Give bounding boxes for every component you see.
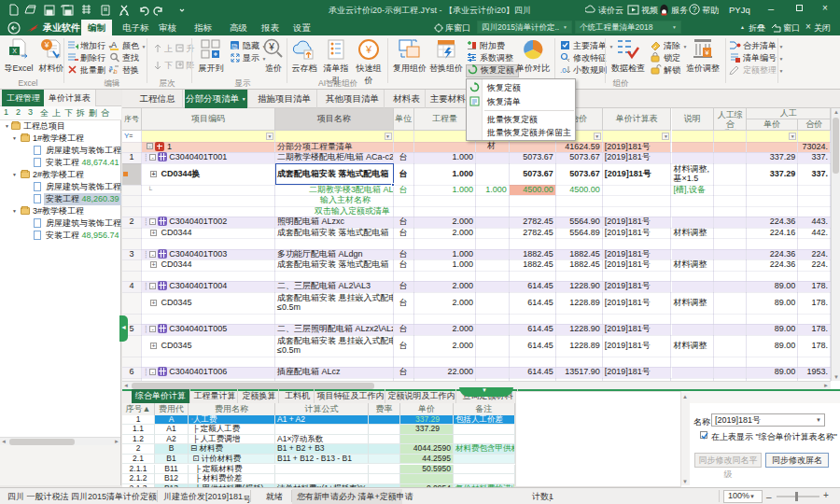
svg-text:X: X — [12, 48, 17, 54]
svg-text:¥: ¥ — [704, 49, 709, 57]
svg-text:b: b — [114, 68, 118, 75]
svg-text:A: A — [111, 40, 117, 49]
svg-text:¥: ¥ — [268, 42, 274, 52]
svg-text:¥: ¥ — [365, 44, 372, 55]
svg-text:隐: 隐 — [231, 43, 238, 50]
svg-text:¥: ¥ — [44, 40, 49, 49]
svg-text:?: ? — [693, 5, 697, 14]
svg-text:.0: .0 — [560, 66, 567, 75]
svg-text:a: a — [109, 64, 113, 71]
